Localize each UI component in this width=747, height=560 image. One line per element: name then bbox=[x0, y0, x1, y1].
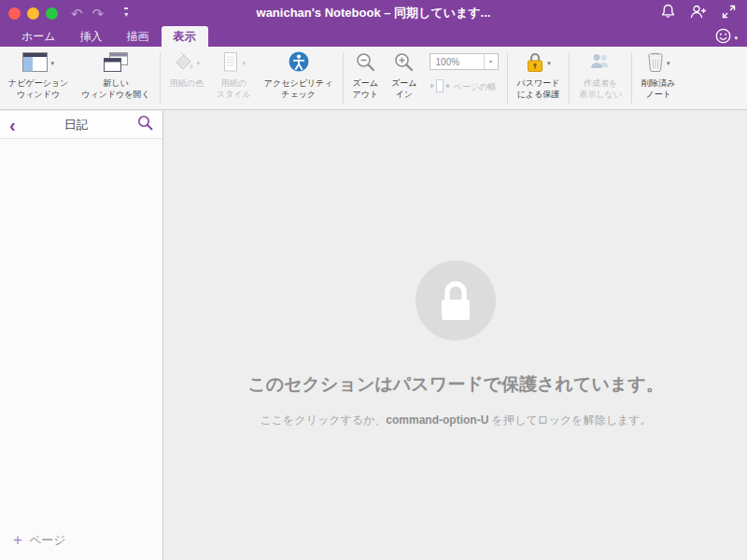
tab-home[interactable]: ホーム bbox=[9, 26, 68, 47]
new-window-icon bbox=[104, 52, 128, 76]
page-list-sidebar: ‹ 日記 + ページ bbox=[0, 111, 163, 560]
paper-color-icon bbox=[174, 52, 194, 75]
paper-style-caret-icon: ▾ bbox=[242, 60, 246, 67]
protected-section-area[interactable]: このセクションはパスワードで保護されています。 ここをクリックするか、comma… bbox=[164, 111, 747, 560]
paper-color-caret-icon: ▾ bbox=[197, 60, 201, 67]
ribbon-separator bbox=[160, 52, 161, 104]
zoom-window-button[interactable] bbox=[46, 7, 58, 20]
zoom-out-icon bbox=[356, 52, 375, 76]
share-add-person-icon[interactable] bbox=[690, 5, 707, 22]
ribbon-separator bbox=[507, 52, 508, 104]
toolbar-options-caret-icon[interactable]: ▾ bbox=[124, 7, 128, 19]
plus-icon: + bbox=[13, 534, 22, 547]
fullscreen-icon[interactable] bbox=[722, 5, 736, 22]
locked-section-title: このセクションはパスワードで保護されています。 bbox=[247, 372, 663, 397]
ribbon-separator bbox=[631, 52, 632, 104]
paper-style-button: ▾ 用紙の スタイル bbox=[210, 47, 258, 109]
zoom-level-value: 100% bbox=[436, 57, 460, 67]
password-lock-icon bbox=[526, 51, 544, 77]
add-page-button[interactable]: + ページ bbox=[13, 532, 66, 549]
hide-authors-button: 作成者を 表示しない bbox=[572, 47, 628, 109]
authors-people-icon bbox=[589, 52, 612, 75]
locked-section-hint: ここをクリックするか、command-option-U を押してロックを解除しま… bbox=[261, 413, 652, 428]
feedback-smiley-icon[interactable] bbox=[715, 28, 731, 48]
page-width-icon bbox=[430, 79, 450, 94]
navigation-window-button[interactable]: ▾ ナビゲーション ウィンドウ bbox=[2, 47, 75, 109]
sidebar-header: ‹ 日記 bbox=[0, 111, 162, 139]
ribbon-view-tab-panel: ▾ ナビゲーション ウィンドウ 新しい ウィンドウを開く ▾ 用紙の色 ▾ 用紙… bbox=[0, 47, 747, 110]
zoom-in-button[interactable]: ズーム イン bbox=[385, 47, 423, 109]
zoom-out-button[interactable]: ズーム アウト bbox=[346, 47, 386, 109]
tab-view[interactable]: 表示 bbox=[162, 26, 208, 47]
navigation-window-icon bbox=[22, 52, 48, 76]
section-title: 日記 bbox=[16, 117, 137, 133]
search-icon[interactable] bbox=[137, 115, 153, 134]
undo-icon[interactable]: ↶ bbox=[71, 7, 83, 21]
feedback-caret-icon[interactable]: ▾ bbox=[734, 35, 738, 42]
ribbon-separator bbox=[343, 52, 344, 104]
page-width-button: ページの幅 bbox=[430, 79, 499, 94]
close-window-button[interactable] bbox=[8, 7, 21, 20]
password-protect-caret-icon: ▾ bbox=[547, 60, 551, 67]
lock-icon bbox=[416, 260, 496, 341]
password-protect-button[interactable]: ▾ パスワード による保護 bbox=[511, 47, 567, 109]
zoom-level-caret-icon: ▾ bbox=[484, 54, 498, 69]
redo-icon[interactable]: ↷ bbox=[92, 7, 105, 21]
minimize-window-button[interactable] bbox=[27, 7, 39, 20]
zoom-in-icon bbox=[394, 52, 414, 76]
zoom-level-select[interactable]: 100% ▾ bbox=[430, 53, 499, 70]
new-window-button[interactable]: 新しい ウィンドウを開く bbox=[75, 47, 156, 109]
tab-draw[interactable]: 描画 bbox=[115, 26, 162, 47]
accessibility-check-icon bbox=[289, 51, 309, 76]
notifications-bell-icon[interactable] bbox=[661, 4, 675, 22]
ribbon-separator bbox=[569, 52, 570, 104]
navigation-window-caret-icon: ▾ bbox=[50, 60, 54, 67]
titlebar: ↶ ↷ ▾ wanichan's Notebook – 同期しています... bbox=[0, 0, 747, 26]
tab-insert[interactable]: 挿入 bbox=[68, 26, 115, 47]
deleted-notes-button[interactable]: ▾ 削除済み ノート bbox=[635, 47, 682, 109]
paper-style-icon bbox=[222, 52, 239, 76]
accessibility-check-button[interactable]: アクセシビリティ チェック bbox=[258, 47, 340, 109]
paper-color-button: ▾ 用紙の色 bbox=[163, 47, 210, 109]
trash-icon bbox=[647, 51, 664, 77]
traffic-lights bbox=[8, 7, 58, 20]
deleted-notes-caret-icon: ▾ bbox=[667, 60, 670, 67]
back-chevron-icon[interactable]: ‹ bbox=[9, 117, 16, 133]
ribbon-tabbar: ホーム 挿入 描画 表示 ▾ bbox=[0, 26, 747, 47]
